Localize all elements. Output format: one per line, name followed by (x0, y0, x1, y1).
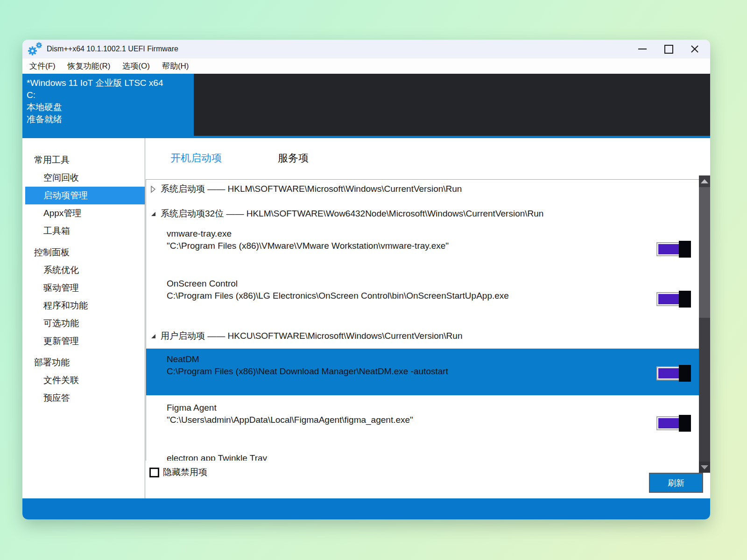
group-row-system-run-32[interactable]: 系统启动项32位 —— HKLM\SOFTWARE\Wow6432Node\Mi… (146, 208, 699, 220)
toggle-onscreen[interactable] (656, 292, 690, 306)
entry-path: C:\Program Files (x86)\LG Electronics\On… (146, 290, 699, 302)
title-bar: Dism++x64 10.1.1002.1 UEFI Firmware (22, 40, 710, 58)
arrow-down-icon (701, 465, 708, 469)
target-image-tile[interactable]: *Windows 11 IoT 企业版 LTSC x64 C: 本地硬盘 准备就… (22, 74, 194, 136)
toggle-knob (679, 241, 691, 258)
target-disk-type: 本地硬盘 (27, 101, 194, 113)
close-icon (691, 45, 699, 53)
close-button[interactable] (684, 40, 705, 58)
sidebar-item-appx-manager[interactable]: Appx管理 (22, 204, 145, 222)
sidebar-item-space-reclaim[interactable]: 空间回收 (22, 169, 145, 187)
tab-strip: 开机启动项 服务项 (170, 151, 309, 165)
startup-entry-twinkle-tray[interactable]: electron app Twinkle Tray (146, 452, 699, 461)
entry-path: C:\Program Files (x86)\Neat Download Man… (146, 365, 699, 378)
app-window: Dism++x64 10.1.1002.1 UEFI Firmware 文件(F… (22, 40, 710, 519)
startup-list: 系统启动项 —— HKLM\SOFTWARE\Microsoft\Windows… (146, 179, 699, 461)
menu-file[interactable]: 文件(F) (23, 58, 62, 74)
sidebar: 常用工具 空间回收 启动项管理 Appx管理 工具箱 控制面板 系统优化 驱动管… (22, 138, 145, 498)
sidebar-item-programs-features[interactable]: 程序和功能 (22, 297, 145, 315)
minimize-icon (638, 49, 647, 49)
entry-path: "C:\Users\admin\AppData\Local\FigmaAgent… (146, 414, 699, 426)
target-os-name: *Windows 11 IoT 企业版 LTSC x64 (27, 77, 194, 89)
scrollbar-thumb[interactable] (699, 187, 710, 318)
tab-startup-items[interactable]: 开机启动项 (170, 151, 222, 165)
target-drive: C: (27, 89, 194, 101)
target-status: 准备就绪 (27, 113, 194, 126)
sidebar-item-system-optimize[interactable]: 系统优化 (22, 261, 145, 279)
startup-entry-figma[interactable]: Figma Agent "C:\Users\admin\AppData\Loca… (146, 402, 699, 426)
toggle-knob (679, 415, 691, 432)
toggle-knob (679, 291, 691, 308)
menu-help[interactable]: 帮助(H) (156, 58, 195, 74)
image-header-strip: *Windows 11 IoT 企业版 LTSC x64 C: 本地硬盘 准备就… (22, 74, 710, 136)
sidebar-group-common-tools: 常用工具 (22, 151, 145, 169)
toggle-vmware[interactable] (656, 242, 690, 256)
sidebar-item-optional-features[interactable]: 可选功能 (22, 315, 145, 332)
expanded-twisty-icon[interactable] (150, 333, 161, 339)
menu-options[interactable]: 选项(O) (116, 58, 156, 74)
scroll-up-button[interactable] (699, 175, 710, 187)
entry-name: NeatDM (146, 353, 699, 365)
sidebar-group-deployment: 部署功能 (22, 354, 145, 371)
group-row-user-run[interactable]: 用户启动项 —— HKCU\SOFTWARE\Microsoft\Windows… (146, 330, 699, 342)
sidebar-item-update-manager[interactable]: 更新管理 (22, 332, 145, 350)
group-label: 用户启动项 —— HKCU\SOFTWARE\Microsoft\Windows… (161, 330, 462, 342)
content-area: 开机启动项 服务项 系统启动项 —— HKLM\SOFTWARE\Microso… (145, 138, 710, 498)
vertical-scrollbar[interactable] (699, 175, 710, 473)
expanded-twisty-icon[interactable] (150, 210, 161, 217)
sidebar-item-startup-manager[interactable]: 启动项管理 (25, 187, 145, 204)
minimize-button[interactable] (632, 40, 653, 58)
startup-entry-onscreen[interactable]: OnScreen Control C:\Program Files (x86)\… (146, 278, 699, 302)
sidebar-item-file-association[interactable]: 文件关联 (22, 371, 145, 389)
menu-recovery[interactable]: 恢复功能(R) (62, 58, 117, 74)
menu-bar: 文件(F) 恢复功能(R) 选项(O) 帮助(H) (22, 58, 710, 74)
sidebar-item-unattend[interactable]: 预应答 (22, 389, 145, 407)
startup-entry-vmware[interactable]: vmware-tray.exe "C:\Program Files (x86)\… (146, 228, 699, 252)
arrow-up-icon (701, 179, 708, 183)
sidebar-group-control-panel: 控制面板 (22, 244, 145, 261)
main-area: 常用工具 空间回收 启动项管理 Appx管理 工具箱 控制面板 系统优化 驱动管… (22, 138, 710, 498)
toggle-figma[interactable] (656, 416, 690, 430)
status-bar (22, 498, 710, 519)
entry-path: "C:\Program Files (x86)\VMware\VMware Wo… (146, 240, 699, 252)
hide-disabled-checkbox[interactable] (149, 468, 159, 477)
collapsed-twisty-icon[interactable] (150, 186, 161, 193)
group-row-system-run[interactable]: 系统启动项 —— HKLM\SOFTWARE\Microsoft\Windows… (146, 183, 699, 195)
toggle-neatdm[interactable] (656, 366, 690, 380)
tab-services[interactable]: 服务项 (278, 151, 309, 165)
group-label: 系统启动项 —— HKLM\SOFTWARE\Microsoft\Windows… (161, 183, 462, 195)
entry-name: Figma Agent (146, 402, 699, 414)
app-logo-gears-icon (27, 42, 44, 56)
hide-disabled-row: 隐藏禁用项 (149, 466, 207, 478)
window-title: Dism++x64 10.1.1002.1 UEFI Firmware (47, 45, 178, 53)
maximize-button[interactable] (658, 40, 679, 58)
maximize-icon (664, 45, 673, 54)
sidebar-item-driver-manager[interactable]: 驱动管理 (22, 279, 145, 297)
sidebar-item-toolbox[interactable]: 工具箱 (22, 222, 145, 240)
group-label: 系统启动项32位 —— HKLM\SOFTWARE\Wow6432Node\Mi… (161, 208, 543, 220)
entry-name: electron app Twinkle Tray (146, 452, 699, 461)
scroll-down-button[interactable] (699, 462, 710, 473)
hide-disabled-label: 隐藏禁用项 (163, 466, 207, 478)
entry-name: vmware-tray.exe (146, 228, 699, 240)
toggle-knob (679, 365, 691, 382)
refresh-button[interactable]: 刷新 (649, 473, 703, 493)
startup-entry-neatdm-selected[interactable]: NeatDM C:\Program Files (x86)\Neat Downl… (146, 349, 699, 395)
entry-name: OnScreen Control (146, 278, 699, 290)
